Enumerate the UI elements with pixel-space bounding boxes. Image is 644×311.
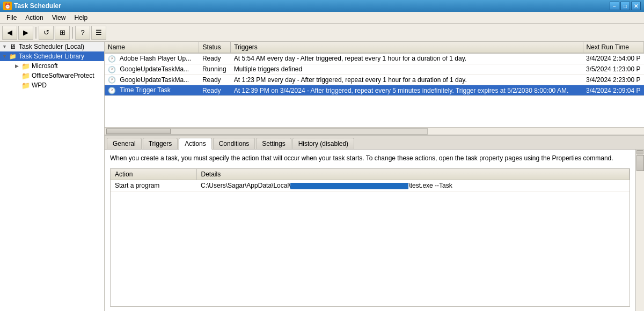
table-row[interactable]: 🕐 Adobe Flash Player Up... Ready At 5:54…	[105, 53, 644, 64]
actions-content: When you create a task, you must specify…	[105, 150, 635, 311]
actions-row-action: Start a program	[111, 180, 196, 191]
expand-arrow-microsoft: ▶	[15, 63, 21, 69]
tree-microsoft-label: Microsoft	[32, 62, 58, 70]
actions-table-container: Action Details Start a program C:\Users\…	[110, 168, 630, 307]
task-name: 🕐 GoogleUpdateTaskMa...	[105, 64, 199, 75]
refresh-button[interactable]: ↺	[39, 26, 54, 40]
tree-wpd-label: WPD	[32, 82, 47, 89]
close-button[interactable]: ✕	[631, 2, 641, 10]
col-name: Name	[105, 42, 199, 53]
app-icon: ⏰	[3, 2, 12, 10]
folder-icon-microsoft: 📁	[21, 62, 30, 70]
task-triggers: At 1:23 PM every day - After triggered, …	[231, 75, 583, 85]
task-icon: 🕐	[108, 55, 116, 63]
main-layout: ▼ 🖥 Task Scheduler (Local) ▼ 📁 Task Sche…	[0, 42, 644, 311]
task-icon: 🕐	[108, 76, 116, 84]
right-panel: Name Status Triggers Next Run Time 🕐 Ado…	[105, 42, 644, 311]
task-status: Ready	[199, 75, 231, 85]
tree-officesoftware-item[interactable]: 📁 OfficeSoftwareProtect	[0, 71, 104, 80]
table-row[interactable]: 🕐 GoogleUpdateTaskMa... Ready At 1:23 PM…	[105, 75, 644, 85]
details-panel: General Triggers Actions Conditions Sett…	[105, 136, 644, 311]
task-folder-icon: 📁	[9, 53, 17, 60]
toolbar: ◀ ▶ ↺ ⊞ ? ☰	[0, 24, 644, 42]
tree-root-label: Task Scheduler (Local)	[19, 43, 84, 50]
col-triggers: Triggers	[231, 42, 583, 53]
tab-general[interactable]: General	[107, 138, 142, 149]
minimize-button[interactable]: −	[610, 2, 619, 10]
folder-icon-wpd: 📁	[21, 82, 30, 89]
folder-icon-office: 📁	[21, 72, 30, 79]
computer-icon: 🖥	[9, 43, 17, 50]
scrollbar-thumb[interactable]	[636, 155, 644, 171]
back-button[interactable]: ◀	[2, 26, 17, 40]
tab-actions[interactable]: Actions	[179, 138, 211, 150]
task-triggers: Multiple triggers defined	[231, 64, 583, 75]
task-triggers-selected: At 12:39 PM on 3/4/2024 - After triggere…	[231, 85, 583, 96]
task-list-scroll[interactable]: Name Status Triggers Next Run Time 🕐 Ado…	[105, 42, 644, 127]
task-name-selected: 🕐 Time Trigger Task	[105, 85, 199, 96]
tree-microsoft-item[interactable]: ▶ 📁 Microsoft	[0, 61, 104, 71]
tab-history[interactable]: History (disabled)	[292, 138, 354, 149]
tree-wpd-item[interactable]: 📁 WPD	[0, 80, 104, 90]
actions-row-details: C:\Users\Sagar\AppData\Local\\test.exe -…	[196, 180, 630, 191]
task-triggers: At 5:54 AM every day - After triggered, …	[231, 53, 583, 64]
menu-action[interactable]: Action	[21, 13, 47, 23]
redacted-path	[290, 183, 408, 189]
menu-help[interactable]: Help	[70, 13, 92, 23]
task-status: Running	[199, 64, 231, 75]
task-table: Name Status Triggers Next Run Time 🕐 Ado…	[105, 42, 644, 96]
toolbar-separator	[35, 27, 36, 39]
table-row[interactable]: 🕐 GoogleUpdateTaskMa... Running Multiple…	[105, 64, 644, 75]
grid-button[interactable]: ⊞	[55, 26, 70, 40]
task-next-run: 3/5/2024 1:23:00 P	[583, 64, 643, 75]
details-with-scroll: When you create a task, you must specify…	[105, 150, 644, 311]
title-bar: ⏰ Task Scheduler − □ ✕	[0, 0, 644, 12]
actions-table: Action Details Start a program C:\Users\…	[111, 169, 630, 191]
actions-col-details: Details	[196, 169, 630, 180]
tab-conditions[interactable]: Conditions	[213, 138, 255, 149]
col-next-run: Next Run Time	[583, 42, 643, 53]
table-row-selected[interactable]: 🕐 Time Trigger Task Ready At 12:39 PM on…	[105, 85, 644, 96]
actions-description: When you create a task, you must specify…	[110, 154, 630, 163]
task-list-area: Name Status Triggers Next Run Time 🕐 Ado…	[105, 42, 644, 136]
tab-settings[interactable]: Settings	[256, 138, 291, 149]
actions-table-row[interactable]: Start a program C:\Users\Sagar\AppData\L…	[111, 180, 630, 191]
menu-file[interactable]: File	[2, 13, 21, 23]
window-controls: − □ ✕	[610, 2, 641, 10]
expand-arrow: ▼	[2, 44, 9, 49]
left-panel: ▼ 🖥 Task Scheduler (Local) ▼ 📁 Task Sche…	[0, 42, 105, 311]
details-scrollbar[interactable]	[635, 150, 644, 311]
tree-library-label: Task Scheduler Library	[19, 53, 84, 60]
forward-button[interactable]: ▶	[18, 26, 33, 40]
task-name: 🕐 Adobe Flash Player Up...	[105, 53, 199, 64]
task-icon-selected: 🕐	[108, 87, 116, 94]
maximize-button[interactable]: □	[620, 2, 630, 10]
task-name: 🕐 GoogleUpdateTaskMa...	[105, 75, 199, 85]
task-next-run: 3/4/2024 2:23:00 P	[583, 75, 643, 85]
expand-arrow-library: ▼	[2, 54, 9, 59]
task-next-run-selected: 3/4/2024 2:09:04 P	[583, 85, 643, 96]
col-status: Status	[199, 42, 231, 53]
menu-view[interactable]: View	[48, 13, 70, 23]
window-title: Task Scheduler	[14, 2, 61, 10]
tree-officesoftware-label: OfficeSoftwareProtect	[32, 72, 94, 79]
task-next-run: 3/4/2024 2:54:00 P	[583, 53, 643, 64]
actions-col-action: Action	[111, 169, 196, 180]
task-status: Ready	[199, 53, 231, 64]
task-status-selected: Ready	[199, 85, 231, 96]
tree-root-item[interactable]: ▼ 🖥 Task Scheduler (Local)	[0, 42, 104, 51]
task-icon: 🕐	[108, 66, 116, 73]
menu-button[interactable]: ☰	[91, 26, 106, 40]
tree-library-item[interactable]: ▼ 📁 Task Scheduler Library	[0, 51, 104, 61]
tabs-bar: General Triggers Actions Conditions Sett…	[105, 136, 644, 150]
help-button[interactable]: ?	[75, 26, 90, 40]
menu-bar: File Action View Help	[0, 12, 644, 24]
tab-triggers[interactable]: Triggers	[143, 138, 178, 149]
task-list-hscrollbar[interactable]	[105, 127, 644, 135]
toolbar-separator-2	[72, 27, 73, 39]
